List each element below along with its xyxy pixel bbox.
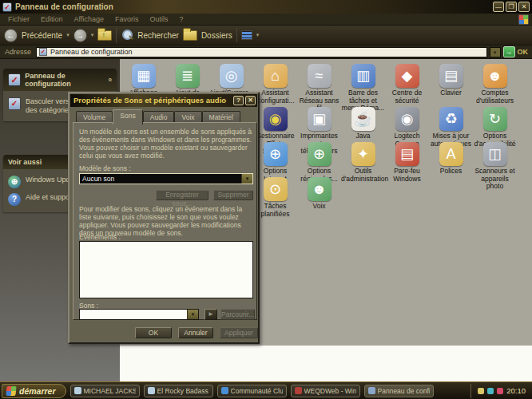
- cp-item-taches-planifiees[interactable]: ⊙Tâches planifiées: [253, 177, 297, 218]
- back-label[interactable]: Précédente: [22, 31, 62, 40]
- cp-item-assistant-configurati[interactable]: ⌂Assistant Configurati...: [253, 64, 297, 105]
- cp-item-label: Outils d'administration: [341, 168, 385, 183]
- cp-item-comptes-d-utilisateurs[interactable]: ☻Comptes d'utilisateurs: [473, 64, 517, 105]
- scheme-label: Modèle de sons :: [79, 164, 131, 172]
- forward-button[interactable]: →: [73, 29, 87, 42]
- tray-volume-icon[interactable]: [478, 388, 484, 394]
- cp-item-label: Centre de sécurité: [385, 89, 429, 105]
- dialog-help-button[interactable]: ?: [233, 96, 244, 105]
- task-button-communaute-club[interactable]: Communauté Club...: [217, 385, 287, 397]
- cp-item-pare-feu-windows[interactable]: ▤Pare-feu Windows: [385, 142, 429, 183]
- content-area: ▦Affichage≣Ajout de matériel◎Ajout/Suppr…: [0, 59, 532, 381]
- chevron-down-icon[interactable]: ▾: [187, 310, 198, 319]
- cp-item-clavier[interactable]: ▤Clavier: [429, 64, 473, 97]
- save-as-button[interactable]: Enregistrer sous...: [156, 190, 208, 200]
- address-dropdown-button[interactable]: ▾: [490, 47, 501, 57]
- search-app-icon: [74, 387, 81, 394]
- cp-item-centre-de-securite[interactable]: ◆Centre de sécurité: [385, 64, 429, 105]
- cancel-button[interactable]: Annuler: [178, 327, 213, 338]
- back-dropdown-icon[interactable]: ▾: [66, 32, 69, 38]
- address-input[interactable]: ✓ Panneau de configuration: [36, 47, 486, 57]
- tray-messenger-icon[interactable]: [487, 388, 494, 394]
- folders-icon[interactable]: [183, 30, 197, 41]
- views-icon[interactable]: [241, 30, 252, 40]
- scheme-description: Un modèle de sons est un ensemble de son…: [79, 128, 252, 160]
- forward-dropdown-icon[interactable]: ▾: [91, 32, 94, 38]
- menu-fichier[interactable]: Fichier: [3, 14, 34, 24]
- play-sound-button[interactable]: ►: [204, 309, 217, 320]
- fonts-icon: A: [439, 142, 463, 166]
- system-tray: 20:10: [470, 384, 530, 398]
- minimize-button[interactable]: —: [493, 2, 504, 12]
- task-button-michael-jackson[interactable]: MICHAEL JACKSON ...: [70, 385, 140, 397]
- apply-button[interactable]: Appliquer: [220, 327, 258, 338]
- close-button[interactable]: ✕: [518, 2, 530, 12]
- task-button-label: Communauté Club...: [231, 387, 283, 395]
- folders-label[interactable]: Dossiers: [201, 31, 232, 40]
- printers-faxes-icon: ▣: [308, 107, 332, 131]
- menu-[interactable]: ?: [174, 14, 188, 24]
- windows-logo-icon: [518, 14, 529, 25]
- sounds-tab-page: Un modèle de sons est un ensemble de son…: [73, 122, 257, 320]
- scheme-combobox[interactable]: Aucun son ▾: [79, 173, 253, 184]
- cp-item-barre-des-taches-et-menu-dema[interactable]: ▥Barre des tâches et menu Déma...: [341, 64, 385, 113]
- scheduled-tasks-icon: ⊙: [264, 177, 288, 201]
- up-folder-icon[interactable]: ↑: [97, 30, 112, 41]
- dialog-title-bar[interactable]: Propriétés de Sons et périphériques audi…: [70, 94, 257, 107]
- scanners-cameras-icon: ◫: [483, 142, 507, 166]
- search-label[interactable]: Rechercher: [137, 31, 179, 40]
- cp-item-voix[interactable]: ☻Voix: [297, 177, 341, 211]
- views-dropdown-icon[interactable]: ▾: [256, 32, 260, 38]
- task-button-panneau-de-configu[interactable]: Panneau de configu...: [364, 385, 434, 397]
- tray-security-alert-icon[interactable]: [497, 388, 503, 394]
- cp-item-assistant-reseau-sans-fil[interactable]: ≈Assistant Réseau sans fil: [297, 64, 341, 113]
- cp-item-label: Comptes d'utilisateurs: [473, 89, 517, 105]
- menu-outils[interactable]: Outils: [145, 14, 173, 24]
- menu-edition[interactable]: Edition: [36, 14, 68, 24]
- automatic-updates-icon: ♻: [439, 107, 463, 131]
- cp-item-label: Polices: [429, 168, 473, 176]
- start-button[interactable]: démarrer: [2, 384, 66, 398]
- accessibility-options-icon: ↻: [483, 107, 507, 131]
- browse-button[interactable]: Parcourir...: [220, 309, 255, 320]
- address-label: Adresse: [2, 48, 34, 56]
- ok-button[interactable]: OK: [135, 327, 172, 338]
- search-icon[interactable]: [121, 29, 133, 41]
- add-hardware-icon: ≣: [176, 64, 200, 88]
- control-panel-window: ✓ Panneau de configuration — ❐ ✕ Fichier…: [0, 0, 532, 381]
- sidebar-panel-header[interactable]: ✓ Panneau de configuration «: [3, 69, 117, 91]
- cp-item-java[interactable]: ☕Java: [341, 107, 385, 140]
- java-icon: ☕: [351, 107, 375, 131]
- back-button[interactable]: ←: [4, 29, 18, 42]
- menu-favoris[interactable]: Favoris: [110, 14, 144, 24]
- go-button[interactable]: →: [503, 46, 515, 57]
- chevron-down-icon[interactable]: ▾: [241, 174, 252, 184]
- delete-button[interactable]: Supprimer: [213, 190, 253, 200]
- cp-item-outils-d-administration[interactable]: ✦Outils d'administration: [341, 142, 385, 183]
- sound-combobox[interactable]: ▾: [79, 309, 199, 320]
- screen: ✓ Panneau de configuration — ❐ ✕ Fichier…: [0, 0, 532, 399]
- tab-sons[interactable]: Sons: [113, 109, 142, 124]
- dialog-close-button[interactable]: ✕: [245, 96, 256, 105]
- task-button-weqdweb-windo[interactable]: WEQDWeb - Windo...: [291, 385, 360, 397]
- task-button-el-rocky-badass-mo[interactable]: El Rocky Badass mo...: [144, 385, 213, 397]
- events-listbox[interactable]: [79, 241, 253, 298]
- address-bar: Adresse ✓ Panneau de configuration ▾ → O…: [0, 45, 532, 59]
- internet-options-icon: ⊕: [264, 142, 288, 166]
- menu-affichage[interactable]: Affichage: [69, 14, 109, 24]
- title-bar[interactable]: ✓ Panneau de configuration — ❐ ✕: [0, 0, 532, 14]
- maximize-button[interactable]: ❐: [506, 2, 517, 12]
- chevron-up-icon[interactable]: «: [105, 77, 113, 81]
- cp-item-scanneurs-et-appareils-photo[interactable]: ◫Scanneurs et appareils photo: [473, 142, 517, 191]
- scheme-value: Aucun son: [80, 174, 241, 184]
- go-label[interactable]: OK: [518, 48, 530, 56]
- toolbar-separator: [116, 28, 117, 42]
- menu-bar: FichierEditionAffichageFavorisOutils?: [0, 14, 532, 26]
- camera-control-icon: ◉: [395, 107, 419, 131]
- sound-effects-manager-icon: ◉: [264, 107, 288, 131]
- control-panel-window-icon: ✓: [2, 2, 12, 12]
- task-button-label: WEQDWeb - Windo...: [304, 387, 356, 395]
- cp-item-polices[interactable]: APolices: [429, 142, 473, 176]
- security-center-shield-icon: ◆: [395, 64, 419, 88]
- windows-update-globe-icon: ⊕: [8, 176, 21, 188]
